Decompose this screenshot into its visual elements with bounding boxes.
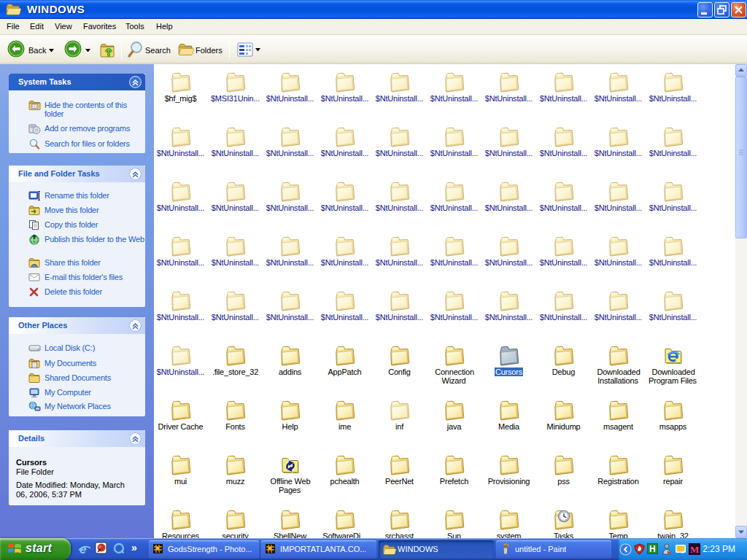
svg-text:H: H [649, 544, 656, 554]
svg-text:M: M [690, 544, 699, 555]
